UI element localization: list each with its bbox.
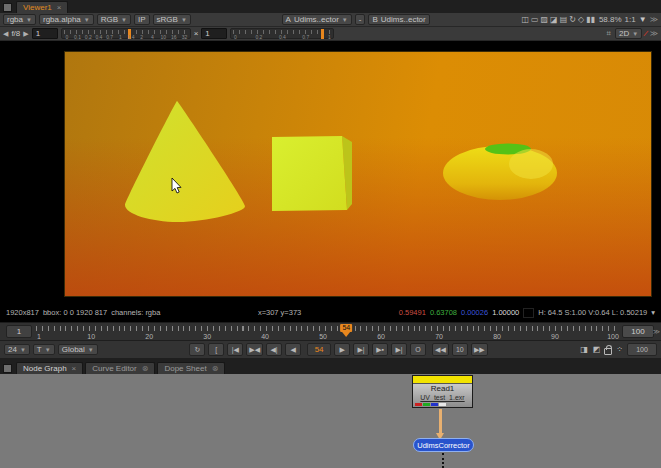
chevron-down-icon: ▼ [121,17,127,23]
slider-tick-label: 1 [119,34,122,40]
channel-chip [431,403,438,406]
viewer-tool-icon[interactable]: ▭ [530,15,540,24]
overflow-chevron-icon[interactable]: ≫ [650,15,658,24]
lock-icon[interactable] [604,348,612,355]
transport-button[interactable]: ◀| [266,343,282,356]
panel-layout-icon[interactable] [3,3,12,12]
downrez-value[interactable]: f/8 [11,29,20,38]
read-node-title: Read1 [413,384,472,394]
udims-corrector-node[interactable]: UdimsCorrector [413,438,474,452]
fullscreen-icon[interactable]: ◩ [592,345,602,354]
slider-tick-label: 2 [140,34,143,40]
roi-pen-icon[interactable]: ∕ [645,29,648,38]
gamma-input[interactable]: 1 [201,28,227,39]
gamma-slider[interactable]: 00.20.40.71 [230,28,334,39]
viewer-tool-icon[interactable]: ↻ [568,15,577,24]
read-node[interactable]: Read1 UV_test_1.exr [412,375,473,408]
tab-node-graph[interactable]: Node Graph× [16,362,83,374]
transport-button[interactable]: ▶| [391,343,407,356]
frame-range-dropdown[interactable]: Global▼ [58,344,98,355]
channel-chip [415,403,422,406]
ruler-frame-label: 80 [493,333,501,340]
transport-button[interactable]: [ [208,343,224,356]
close-icon[interactable]: × [57,3,62,12]
gain-slider[interactable]: 00.10.20.40.711.424101632 [61,28,191,39]
viewer-toolbar-gain: ◀ f/8 ▶ 1 00.10.20.40.711.424101632 × 1 … [0,27,661,41]
framing-icon[interactable]: ⌗ [606,29,613,39]
viewer-tool-icon[interactable]: ◪ [549,15,559,24]
frame-ruler[interactable]: 54 1102030405060708090100 [36,323,620,340]
chevron-down-icon: ▼ [342,17,348,23]
fps-dropdown[interactable]: 24▼ [4,344,30,355]
flipbook-icon[interactable]: ◨ [579,345,589,354]
transport-button[interactable]: ▶▪ [372,343,388,356]
timeline-chevron-icon[interactable]: ≫ [653,328,660,336]
range-end-display[interactable]: 100 [627,343,657,356]
tab-label: Curve Editor [92,364,136,373]
gain-input[interactable]: 1 [32,28,58,39]
wipe-mode-dropdown[interactable]: - [355,14,366,25]
range-end-field[interactable]: 100 [622,325,654,338]
transport-button[interactable]: ◀ [285,343,301,356]
channels-dropdown[interactable]: rgba▼ [3,14,36,25]
dots-icon[interactable]: ⁘ [615,345,624,354]
slider-tick-label: 0.4 [95,34,102,40]
close-icon[interactable]: ⊗ [212,364,219,373]
range-start-field[interactable]: 1 [6,325,32,338]
slider-tick-label: 1.4 [128,34,135,40]
ruler-frame-label: 70 [435,333,443,340]
tab-label: Node Graph [23,364,67,373]
tab-viewer1[interactable]: Viewer1 × [16,1,68,13]
transport-button[interactable]: ▶◀ [246,343,263,356]
panel-tabbar: Node Graph×Curve Editor⊗Dope Sheet⊗ [0,358,661,374]
input-a-dropdown[interactable]: A Udims..ector ▼ [282,14,352,25]
skip-amount-field[interactable]: 10 [452,343,468,356]
input-process-toggle[interactable]: IP [134,14,150,25]
pixel-aspect[interactable]: 1:1 [625,15,636,24]
panel-layout-icon[interactable] [3,364,12,373]
skip-fwd-button[interactable]: ▶▶ [471,343,488,356]
ruler-frame-label: 50 [319,333,327,340]
input-b-dropdown[interactable]: B Udims..ector [368,14,429,25]
current-frame-field[interactable]: 54 [307,343,331,356]
gamma-slider-handle[interactable] [321,29,324,39]
overflow-chevron-icon[interactable]: ≫ [650,29,658,38]
timeline[interactable]: 1 54 1102030405060708090100 100 ≫ [0,322,661,340]
viewer-tool-icon[interactable]: ◇ [577,15,585,24]
zoom-level[interactable]: 58.8% [599,15,622,24]
multiply-toggle[interactable]: × [194,29,199,38]
viewer-tool-icon[interactable]: ▨ [540,15,550,24]
close-icon[interactable]: × [72,364,77,373]
ruler-frame-label: 60 [377,333,385,340]
ruler-frame-label: 30 [203,333,211,340]
viewer-image[interactable] [65,52,651,296]
playhead[interactable]: 54 [340,324,352,337]
playhead-marker-icon [342,332,350,337]
transport-button[interactable]: O [410,343,426,356]
viewer-tool-icon[interactable]: ▮▮ [585,15,596,24]
tab-dope-sheet[interactable]: Dope Sheet⊗ [157,362,225,374]
downrez-prev-icon[interactable]: ◀ [3,30,8,38]
viewer-tool-icon[interactable]: ▤ [559,15,569,24]
node-graph[interactable]: Read1 UV_test_1.exr UdimsCorrector [0,374,661,468]
transport-button[interactable]: ▶ [334,343,350,356]
colorspace-dropdown[interactable]: sRGB▼ [153,14,191,25]
viewer-canvas[interactable]: 1920x817 bbox: 0 0 1920 817 channels: rg… [0,41,661,322]
downrez-next-icon[interactable]: ▶ [23,30,28,38]
display-channel-dropdown[interactable]: RGB▼ [97,14,131,25]
chevron-down-icon[interactable]: ▼ [639,15,647,24]
close-icon[interactable]: ⊗ [142,364,149,373]
transport-button[interactable]: ▶| [353,343,369,356]
skip-back-button[interactable]: ◀◀ [432,343,449,356]
layer-dropdown[interactable]: rgba.alpha▼ [39,14,94,25]
playback-t-dropdown[interactable]: T▼ [33,344,55,355]
node-connection-arrow[interactable] [439,409,442,433]
slider-tick-label: 0 [234,34,237,40]
view-mode-dropdown[interactable]: 2D▼ [615,28,642,39]
transport-button[interactable]: |◀ [227,343,243,356]
viewer-tool-icon[interactable]: ◫ [520,15,530,24]
tab-curve-editor[interactable]: Curve Editor⊗ [85,362,155,374]
chevron-down-icon[interactable]: ▾ [651,308,655,317]
pixel-r-value: 0.59491 [399,308,426,317]
transport-button[interactable]: ↻ [189,343,205,356]
